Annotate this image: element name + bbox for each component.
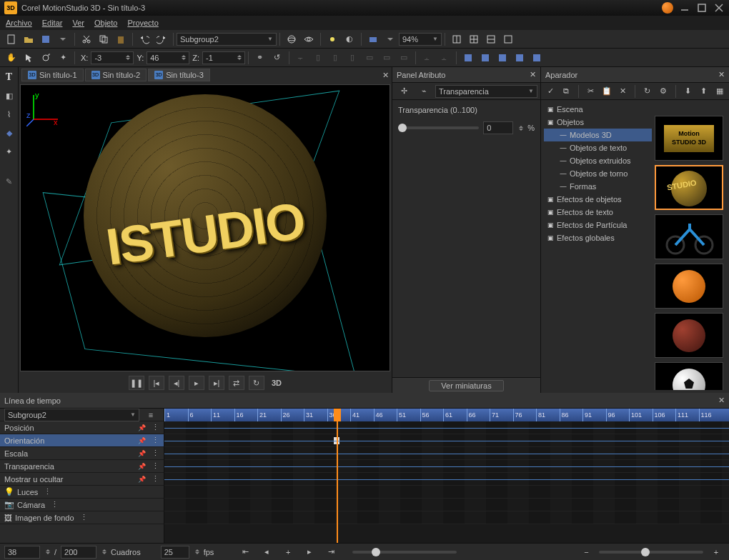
paste-icon[interactable]: 📋 — [602, 84, 612, 99]
loop-icon[interactable]: ⇄ — [229, 376, 244, 390]
copy-icon[interactable] — [96, 32, 111, 46]
minimize-button[interactable] — [679, 2, 690, 14]
panel-btn5[interactable] — [530, 51, 544, 65]
track-row[interactable]: 🖼Imagen de fondo⋮ — [0, 511, 164, 524]
timeline-ruler[interactable]: 1611162126313641465156616671768186919610… — [164, 409, 729, 421]
apply-icon[interactable]: ✓ — [545, 84, 555, 99]
text-tool-icon[interactable]: T — [2, 70, 16, 84]
timeline-menu-icon[interactable]: ≡ — [144, 409, 158, 422]
eye-icon[interactable] — [302, 32, 316, 46]
attr-tool1-icon[interactable]: ✢ — [397, 84, 411, 99]
settings-icon[interactable]: ⚙ — [658, 84, 668, 99]
layout2-icon[interactable] — [467, 32, 481, 46]
extrude-tool-icon[interactable]: ◧ — [2, 89, 16, 103]
timeline-zoom[interactable] — [599, 551, 703, 554]
edit-tool-icon[interactable]: ✎ — [2, 174, 16, 189]
cut-icon[interactable]: ✂ — [586, 84, 596, 99]
object-combo[interactable]: Subgroup2▼ — [177, 33, 277, 46]
panel-btn2[interactable] — [478, 51, 492, 65]
z-input[interactable]: -1 — [202, 51, 245, 64]
tab-2[interactable]: 3DSin título-2 — [85, 69, 147, 81]
track-row[interactable]: Posición📌⋮ — [0, 421, 164, 434]
tree-item[interactable]: —Modelos 3D — [544, 129, 652, 141]
menu-archivo[interactable]: Archivo — [6, 19, 32, 27]
track-row[interactable]: 📷Cámara⋮ — [0, 499, 164, 511]
thumb-soccer[interactable] — [655, 362, 723, 390]
play-icon[interactable]: ▸ — [189, 376, 204, 390]
timeline-tracks[interactable]: 1611162126313641465156616671768186919610… — [164, 409, 729, 543]
copy-icon[interactable]: ⧉ — [561, 84, 571, 99]
help-ball-icon[interactable] — [662, 2, 673, 14]
attr-combo[interactable]: Transparencia▼ — [435, 85, 537, 98]
panel-btn3[interactable] — [495, 51, 510, 65]
thumb-globe[interactable]: STUDIO — [655, 165, 723, 210]
grid-icon[interactable]: ▦ — [715, 84, 725, 99]
repeat-icon[interactable]: ↻ — [249, 376, 264, 390]
particle-tool-icon[interactable]: ✦ — [2, 144, 16, 159]
hand-icon[interactable]: ✋ — [4, 51, 19, 65]
save-icon[interactable] — [39, 32, 53, 46]
chevron-down-icon[interactable] — [383, 32, 397, 46]
menu-proyecto[interactable]: Proyecto — [127, 19, 158, 27]
close-icon[interactable]: ✕ — [718, 70, 725, 79]
reset-icon[interactable]: ↺ — [270, 51, 284, 65]
tree-item[interactable]: —Objetos de texto — [544, 141, 652, 154]
layout3-icon[interactable] — [484, 32, 498, 46]
fps-input[interactable]: 25 — [161, 546, 189, 559]
tabs-close-icon[interactable]: ✕ — [382, 71, 389, 80]
tree-item[interactable]: —Formas — [544, 180, 652, 193]
total-frames-input[interactable]: 200 — [61, 546, 96, 559]
tl-addkey-icon[interactable]: + — [281, 545, 295, 559]
panel-btn4[interactable] — [512, 51, 527, 65]
tree-item[interactable]: ▣Escena — [544, 103, 652, 116]
chevron-down-icon[interactable] — [56, 32, 70, 46]
menu-editar[interactable]: Editar — [42, 19, 63, 27]
playhead[interactable] — [337, 409, 338, 543]
timeline-object-combo[interactable]: Subgroup2▼ — [4, 409, 139, 421]
tree-item[interactable]: ▣Efectos de objetos — [544, 193, 652, 206]
import-icon[interactable]: ⬇ — [683, 84, 693, 99]
redo-icon[interactable] — [154, 32, 169, 46]
track-row[interactable]: Escala📌⋮ — [0, 447, 164, 460]
open-icon[interactable] — [21, 32, 36, 46]
thumb-motion[interactable]: MotionSTUDIO 3D — [655, 116, 723, 161]
track-row[interactable]: Orientación📌⋮ — [0, 434, 164, 447]
tab-3[interactable]: 3DSin título-3 — [148, 69, 210, 81]
prev-frame-icon[interactable]: ◂| — [169, 376, 184, 390]
tl-first-icon[interactable]: ⇤ — [238, 545, 252, 559]
tab-1[interactable]: 3DSin título-1 — [21, 69, 84, 81]
thumb-tricycle[interactable] — [655, 214, 723, 259]
tree-item[interactable]: ▣Efectos de Partícula — [544, 219, 652, 231]
tree-item[interactable]: ▣Efectos de texto — [544, 206, 652, 219]
light-icon[interactable] — [325, 32, 339, 46]
globe-icon[interactable] — [284, 32, 299, 46]
refresh-icon[interactable]: ↻ — [643, 84, 653, 99]
transparency-slider[interactable] — [398, 126, 479, 129]
last-frame-icon[interactable]: ▸| — [209, 376, 224, 390]
zoom-out-icon[interactable]: − — [579, 545, 593, 559]
y-input[interactable]: 46 — [147, 51, 189, 64]
tl-prev-icon[interactable]: ◂ — [259, 545, 274, 559]
thumb-basketball[interactable] — [655, 264, 723, 309]
lathe-tool-icon[interactable]: ⌇ — [2, 107, 16, 121]
close-icon[interactable]: ✕ — [530, 70, 536, 79]
cut-icon[interactable] — [79, 32, 94, 46]
link-icon[interactable]: ⚭ — [253, 51, 267, 65]
tree-item[interactable]: ▣Efectos globales — [544, 231, 652, 244]
undo-icon[interactable] — [137, 32, 152, 46]
menu-ver[interactable]: Ver — [72, 19, 84, 27]
new-icon[interactable] — [4, 32, 19, 46]
render-icon[interactable] — [366, 32, 380, 46]
attr-tool2-icon[interactable]: ⌁ — [417, 84, 431, 99]
x-input[interactable]: -3 — [91, 51, 134, 64]
zoom-in-icon[interactable]: + — [709, 545, 723, 559]
rotate-icon[interactable] — [39, 51, 53, 65]
tree-item[interactable]: ▣Objetos — [544, 116, 652, 129]
zoom-combo[interactable]: 94%▼ — [399, 33, 442, 46]
object-tree[interactable]: ▣Escena▣Objetos—Modelos 3D—Objetos de te… — [544, 103, 652, 390]
play-3d-toggle[interactable]: 3D — [272, 379, 282, 387]
wand-icon[interactable]: ✦ — [56, 51, 70, 65]
menu-objeto[interactable]: Objeto — [94, 19, 117, 27]
tl-last-icon[interactable]: ⇥ — [324, 545, 338, 559]
viewport-3d[interactable]: y x z ISTUDIO — [20, 84, 390, 371]
